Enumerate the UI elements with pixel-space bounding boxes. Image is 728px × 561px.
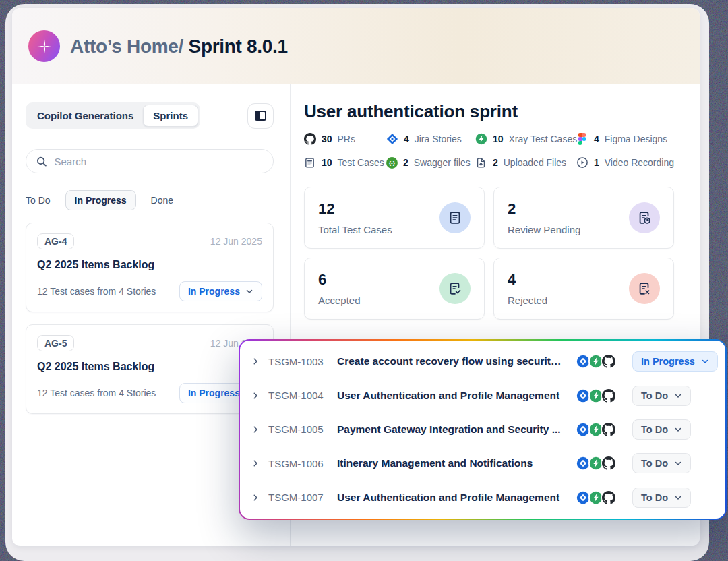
sprint-card-subtitle: 12 Test cases from 4 Stories <box>37 388 156 398</box>
test-case-id: TSGM-1005 <box>268 423 330 435</box>
sprint-id-badge: AG-4 <box>37 233 74 249</box>
stat-test-cases: 10 Test Cases <box>304 156 386 169</box>
expand-row-button[interactable] <box>251 424 262 435</box>
filter-todo[interactable]: To Do <box>26 195 51 206</box>
view-switcher: Copilot Generations Sprints <box>26 102 200 129</box>
sprint-card-title: Q2 2025 Items Backlog <box>37 259 262 271</box>
sprint-status-label: In Progress <box>188 286 240 297</box>
chevron-down-icon <box>701 357 709 365</box>
expand-row-button[interactable] <box>251 356 262 367</box>
source-icons <box>576 490 616 505</box>
atto-logo <box>28 30 60 62</box>
stat-prs: 30 PRs <box>304 133 386 145</box>
filter-done[interactable]: Done <box>151 195 173 206</box>
sprint-date: 12 Jun 2025 <box>210 236 262 247</box>
sprint-card-subtitle: 12 Test cases from 4 Stories <box>37 286 156 297</box>
chevron-down-icon <box>245 287 253 295</box>
search-bar[interactable] <box>26 149 274 173</box>
test-case-id: TSGM-1004 <box>268 390 330 401</box>
status-dropdown[interactable]: To Do <box>632 386 691 406</box>
stat-video-recording: 1 Video Recording <box>576 156 674 169</box>
card-accepted: 6 Accepted <box>304 258 485 320</box>
status-label: To Do <box>641 424 668 435</box>
github-icon <box>601 456 616 471</box>
sprint-status-label: In Progress <box>188 388 240 398</box>
chevron-right-icon <box>251 493 260 502</box>
tab-copilot-generations[interactable]: Copilot Generations <box>28 105 143 126</box>
chevron-down-icon <box>674 494 682 502</box>
status-dropdown[interactable]: To Do <box>632 419 691 440</box>
test-case-row: TSGM-1006 Itinerary Management and Notif… <box>251 453 715 473</box>
test-case-row: TSGM-1005 Payment Gateway Integration an… <box>251 419 715 440</box>
test-case-title: Payment Gateway Integration and Security… <box>337 423 569 436</box>
test-case-row: TSGM-1004 User Authentication and Profil… <box>251 386 715 406</box>
chevron-right-icon <box>251 357 260 366</box>
test-case-id: TSGM-1003 <box>268 356 330 367</box>
status-dropdown[interactable]: To Do <box>632 453 691 473</box>
github-icon <box>601 354 616 369</box>
card-rejected: 4 Rejected <box>493 258 674 320</box>
expand-row-button[interactable] <box>251 492 262 503</box>
test-case-id: TSGM-1006 <box>268 458 330 469</box>
chevron-right-icon <box>251 391 260 401</box>
card-total-test-cases: 12 Total Test Cases <box>304 187 485 249</box>
github-icon <box>601 490 616 505</box>
chevron-down-icon <box>674 459 682 467</box>
uploaded-files-icon <box>475 156 487 169</box>
test-case-row: TSGM-1003 Create account recovery flow u… <box>251 351 715 372</box>
search-icon <box>36 155 47 168</box>
status-dropdown[interactable]: To Do <box>632 488 691 508</box>
test-cases-icon <box>304 156 316 169</box>
sprint-card-ag4[interactable]: AG-4 12 Jun 2025 Q2 2025 Items Backlog 1… <box>26 223 274 312</box>
sprint-id-badge: AG-5 <box>37 335 74 351</box>
status-label: To Do <box>641 458 668 469</box>
stat-xray-test-cases: 10 Xray Test Cases <box>475 133 576 145</box>
sprint-card-title: Q2 2025 Items Backlog <box>37 361 262 373</box>
github-icon <box>601 388 616 403</box>
app-header: Atto’s Home/ Sprint 8.0.1 <box>12 8 700 84</box>
source-icons <box>576 456 616 471</box>
sprint-stats: 30 PRs 4 Jira Stories 10 Xray Test Cases <box>304 133 674 169</box>
filter-in-progress[interactable]: In Progress <box>65 190 136 210</box>
github-icon <box>601 422 616 437</box>
card-review-pending: 2 Review Pending <box>493 187 674 249</box>
status-filters: To Do In Progress Done <box>26 190 274 210</box>
review-pending-icon <box>629 202 660 233</box>
github-icon <box>304 133 316 145</box>
status-label: To Do <box>641 390 668 401</box>
test-case-title: User Authentication and Profile Manageme… <box>337 492 569 504</box>
test-case-row: TSGM-1007 User Authentication and Profil… <box>251 488 715 508</box>
sprint-heading: User authentication sprint <box>304 101 674 122</box>
rejected-icon <box>629 273 660 304</box>
test-case-id: TSGM-1007 <box>268 492 330 503</box>
status-label: To Do <box>641 492 668 503</box>
stat-jira-stories: 4 Jira Stories <box>386 133 475 145</box>
jira-icon <box>386 133 398 145</box>
status-dropdown[interactable]: In Progress <box>632 351 718 372</box>
stat-figma-designs: 4 Figma Designs <box>576 133 674 145</box>
sprint-card-ag5[interactable]: AG-5 12 Jun 2025 Q2 2025 Items Backlog 1… <box>26 324 274 414</box>
stat-swagger-files: {-} 2 Swagger files <box>386 156 475 169</box>
source-icons <box>576 354 616 369</box>
test-cases-popover: TSGM-1003 Create account recovery flow u… <box>239 339 727 520</box>
expand-row-button[interactable] <box>251 458 262 469</box>
stat-uploaded-files: 2 Uploaded Files <box>475 156 576 169</box>
collapse-sidebar-button[interactable] <box>247 103 274 129</box>
sidebar-toggle-icon <box>255 111 266 121</box>
chevron-right-icon <box>251 459 260 468</box>
search-input[interactable] <box>54 156 263 167</box>
swagger-icon: {-} <box>386 157 398 169</box>
video-recording-icon <box>576 156 588 169</box>
summary-cards: 12 Total Test Cases 2 Review Pending <box>304 187 674 320</box>
xray-icon <box>475 133 487 145</box>
expand-row-button[interactable] <box>251 390 262 401</box>
sprint-status-dropdown[interactable]: In Progress <box>179 281 262 301</box>
chevron-down-icon <box>674 392 682 400</box>
total-test-cases-icon <box>439 202 471 233</box>
source-icons <box>576 422 616 437</box>
chevron-right-icon <box>251 425 260 434</box>
chevron-down-icon <box>674 425 682 434</box>
accepted-icon <box>439 273 471 304</box>
status-label: In Progress <box>641 356 695 367</box>
tab-sprints[interactable]: Sprints <box>143 105 198 127</box>
